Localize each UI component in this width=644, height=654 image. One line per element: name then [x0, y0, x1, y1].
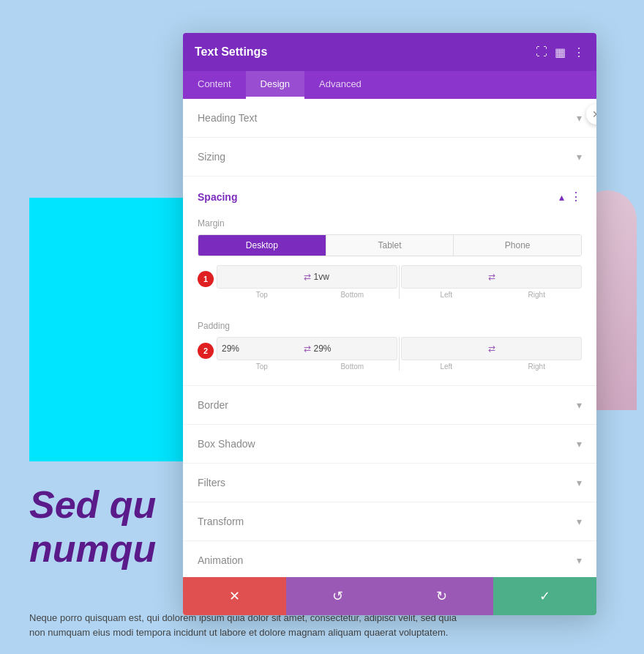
link-padding-lr-icon[interactable]: ⇄ — [488, 343, 495, 354]
padding-top-field-wrap: ⇄ — [217, 337, 397, 360]
section-sizing-label: Sizing — [198, 151, 225, 163]
margin-top-field-wrap: ⇄ — [217, 265, 397, 289]
padding-label: Padding — [198, 321, 582, 331]
padding-inputs-group: ⇄ Top Bottom — [217, 337, 582, 371]
padding-subsection: Padding 2 ⇄ Top — [183, 313, 596, 385]
panel-footer: ✕ ↺ ↻ ✓ — [183, 577, 596, 615]
spacing-more-icon[interactable]: ⋮ — [570, 190, 582, 204]
tab-design[interactable]: Design — [246, 71, 304, 99]
section-box-shadow-label: Box Shadow — [198, 438, 255, 450]
padding-left-input[interactable] — [406, 343, 485, 354]
padding-right-group: ⇄ Left Right — [401, 337, 582, 371]
device-tabs: Desktop Tablet Phone — [198, 234, 582, 256]
tab-advanced[interactable]: Advanced — [304, 71, 376, 99]
device-tab-desktop[interactable]: Desktop — [198, 235, 326, 256]
chevron-down-icon: ▾ — [577, 516, 582, 527]
panel-body: Heading Text ▾ Sizing ▾ Spacing ▴ ⋮ Marg… — [183, 99, 596, 577]
cancel-button[interactable]: ✕ — [183, 577, 286, 615]
padding-bottom-label: Bottom — [307, 363, 398, 371]
section-box-shadow[interactable]: Box Shadow ▾ — [183, 425, 596, 464]
margin-label: Margin — [198, 218, 582, 228]
panel-header: Text Settings ⛶ ▦ ⋮ — [183, 33, 596, 71]
link-lr-icon[interactable]: ⇄ — [488, 272, 495, 282]
input-divider-2 — [399, 337, 400, 371]
spacing-header: Spacing ▴ ⋮ — [183, 176, 596, 211]
chevron-down-icon: ▾ — [577, 112, 582, 124]
link-top-bottom-icon[interactable]: ⇄ — [304, 272, 311, 282]
section-transform[interactable]: Transform ▾ — [183, 502, 596, 541]
step-2-badge: 2 — [198, 343, 214, 359]
margin-bottom-input[interactable] — [314, 272, 393, 282]
device-tab-tablet[interactable]: Tablet — [326, 235, 454, 256]
save-button[interactable]: ✓ — [493, 577, 596, 615]
text-settings-panel: ✕ Text Settings ⛶ ▦ ⋮ Content Design Adv… — [183, 33, 596, 615]
padding-lr-field-wrap: ⇄ — [401, 337, 582, 360]
chevron-down-icon: ▾ — [577, 399, 582, 411]
margin-top-input[interactable] — [222, 272, 301, 282]
section-border-label: Border — [198, 399, 228, 411]
cyan-decorative-box — [29, 198, 183, 461]
margin-top-label: Top — [217, 291, 307, 299]
undo-button[interactable]: ↺ — [286, 577, 389, 615]
margin-lr-field-wrap: ⇄ — [401, 265, 582, 289]
margin-left-input[interactable] — [406, 272, 485, 282]
chevron-down-icon: ▾ — [577, 438, 582, 450]
margin-right-label: Right — [492, 291, 583, 299]
section-border[interactable]: Border ▾ — [183, 386, 596, 425]
margin-left-label: Left — [401, 291, 492, 299]
chevron-up-icon[interactable]: ▴ — [559, 191, 564, 203]
section-filters[interactable]: Filters ▾ — [183, 464, 596, 502]
device-tab-phone[interactable]: Phone — [454, 235, 581, 256]
margin-bottom-label: Bottom — [307, 291, 398, 299]
step-1-badge: 1 — [198, 271, 214, 287]
redo-button[interactable]: ↻ — [390, 577, 493, 615]
spacing-actions: ▴ ⋮ — [559, 190, 582, 204]
section-heading-text[interactable]: Heading Text ▾ — [183, 99, 596, 138]
chevron-down-icon: ▾ — [577, 554, 582, 566]
padding-right-label: Right — [492, 363, 583, 371]
padding-top-label: Top — [217, 363, 307, 371]
more-options-icon[interactable]: ⋮ — [573, 45, 585, 59]
section-spacing: Spacing ▴ ⋮ Margin Desktop Tablet Phone … — [183, 176, 596, 386]
padding-right-input[interactable] — [498, 343, 577, 354]
panel-tabs: Content Design Advanced — [183, 71, 596, 99]
padding-top-input[interactable] — [222, 343, 301, 354]
padding-top-group: ⇄ Top Bottom — [217, 337, 397, 371]
tab-content[interactable]: Content — [183, 71, 246, 99]
section-transform-label: Transform — [198, 516, 244, 527]
margin-inputs-group: ⇄ Top Bottom — [217, 265, 582, 299]
page-heading: Sed qunumqu — [29, 483, 156, 571]
chevron-down-icon: ▾ — [577, 477, 582, 488]
section-animation-label: Animation — [198, 554, 243, 566]
margin-inputs-row: 1 ⇄ Top Bottom — [198, 265, 582, 299]
margin-right-group: ⇄ Left Right — [401, 265, 582, 299]
link-padding-tb-icon[interactable]: ⇄ — [304, 343, 311, 354]
section-spacing-label: Spacing — [198, 191, 237, 203]
margin-top-group: ⇄ Top Bottom — [217, 265, 397, 299]
chevron-down-icon: ▾ — [577, 151, 582, 163]
padding-inputs-row: 2 ⇄ Top Bottom — [198, 337, 582, 371]
input-divider — [399, 265, 400, 299]
padding-left-label: Left — [401, 363, 492, 371]
padding-bottom-input[interactable] — [314, 343, 393, 354]
margin-right-input[interactable] — [498, 272, 577, 282]
columns-icon[interactable]: ▦ — [555, 45, 566, 59]
fullscreen-icon[interactable]: ⛶ — [536, 45, 547, 59]
panel-title: Text Settings — [195, 45, 267, 59]
section-animation[interactable]: Animation ▾ — [183, 541, 596, 577]
section-heading-text-label: Heading Text — [198, 112, 257, 124]
section-filters-label: Filters — [198, 477, 225, 488]
section-sizing[interactable]: Sizing ▾ — [183, 138, 596, 176]
margin-subsection: Margin Desktop Tablet Phone 1 — [183, 211, 596, 313]
header-icons: ⛶ ▦ ⋮ — [536, 45, 585, 59]
